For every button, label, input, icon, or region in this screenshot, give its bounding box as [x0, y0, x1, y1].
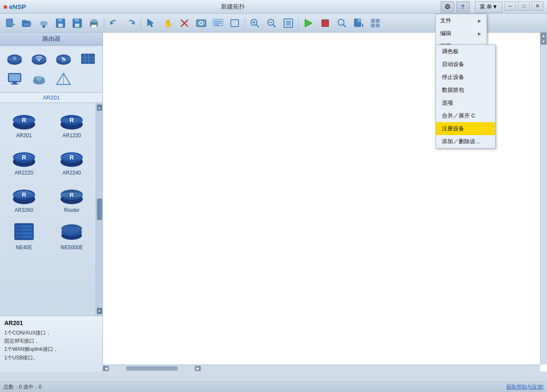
submenu-capture[interactable]: 数据抓包 [436, 84, 495, 96]
submenu-options[interactable]: 选项 [436, 96, 495, 109]
submenu-add-remove-device[interactable]: 添加／删除设… [436, 135, 495, 148]
submenu-start-device[interactable]: 启动设备 [436, 58, 495, 71]
tools-submenu: 调色板 启动设备 停止设备 数据抓包 选项 合并／展开 C 注册设备 添加／删除… [435, 45, 496, 148]
menu-item-file[interactable]: 文件▶ [436, 14, 487, 27]
submenu-collapse[interactable]: 合并／展开 C [436, 109, 495, 122]
submenu-stop-device[interactable]: 停止设备 [436, 71, 495, 84]
menu-dropdown-container: 文件▶ 编辑▶ 视图▶ 工具▶ 考试▶ 帮助▶ 调色板 启动设备 停止设备 数据… [435, 14, 547, 118]
submenu-color-palette[interactable]: 调色板 [436, 45, 495, 58]
submenu-register-device[interactable]: 注册设备 [436, 122, 495, 135]
menu-item-edit[interactable]: 编辑▶ [436, 27, 487, 40]
